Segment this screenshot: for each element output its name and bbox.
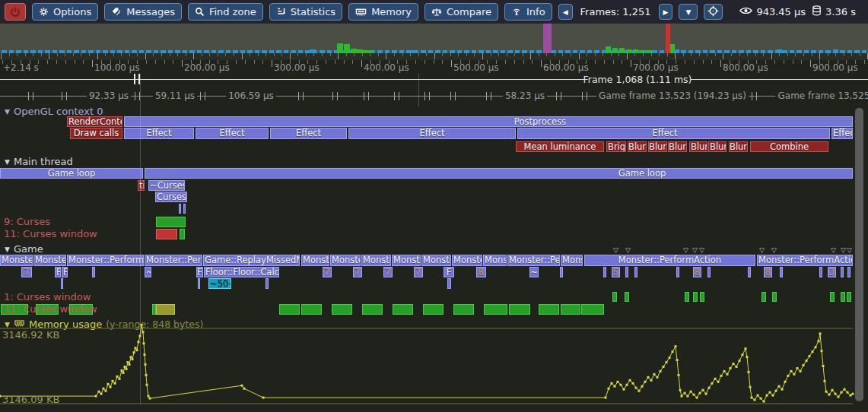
message-marker-icon[interactable]: ▽ <box>625 247 631 253</box>
zone[interactable]: F <box>444 267 454 277</box>
zone[interactable] <box>748 267 751 277</box>
lock-bar[interactable] <box>841 292 845 302</box>
message-marker-icon[interactable]: ▽ <box>759 247 765 253</box>
zone[interactable]: Effect <box>348 128 516 139</box>
zone[interactable] <box>625 267 628 277</box>
zone[interactable]: Monster::PerformAction <box>33 255 66 266</box>
message-marker-icon[interactable]: ▽ <box>699 247 704 253</box>
zone[interactable] <box>603 267 606 277</box>
zone[interactable]: Postprocess <box>124 116 853 127</box>
zone[interactable]: Blur <box>668 141 687 152</box>
zone[interactable]: Monster::PerformAction <box>507 255 560 266</box>
lock-bar[interactable] <box>423 304 444 315</box>
zone[interactable]: Mean luminance <box>516 141 604 152</box>
lock-bar[interactable] <box>847 292 851 302</box>
zone[interactable] <box>847 267 851 277</box>
zone[interactable]: Monster::PerformAction <box>0 255 33 266</box>
zone[interactable]: F <box>196 267 203 277</box>
lock-bar[interactable] <box>362 304 383 315</box>
zone[interactable]: Monster::PerformActionReal <box>757 255 853 266</box>
collapse-triangle-icon[interactable]: ▼ <box>5 158 10 166</box>
zone[interactable] <box>447 278 451 289</box>
lock-bar[interactable] <box>685 292 689 302</box>
zone[interactable]: Blur <box>628 141 647 152</box>
zone[interactable]: ~Curses window <box>148 180 185 191</box>
zone[interactable]: Draw calls <box>70 128 122 139</box>
zone[interactable]: F <box>62 267 68 277</box>
zone[interactable]: Effect <box>517 128 830 139</box>
zone[interactable]: Monster::PerformAction <box>584 255 755 266</box>
zone[interactable] <box>265 278 269 289</box>
zone[interactable]: Monster::PerformAction <box>145 255 202 266</box>
zone[interactable] <box>634 267 637 277</box>
zone[interactable]: Curses window <box>155 192 187 202</box>
zone[interactable]: Game loop <box>0 168 143 179</box>
lock-bar[interactable] <box>700 292 704 302</box>
zone[interactable]: Monster::PerformAction <box>301 255 329 266</box>
zone[interactable]: 7 <box>353 267 362 277</box>
zone[interactable]: Blur <box>689 141 707 152</box>
zone[interactable]: Blur <box>729 141 748 152</box>
vertical-scrollbar-thumb[interactable] <box>855 108 863 401</box>
lock-bar[interactable] <box>830 292 835 302</box>
zone[interactable] <box>198 278 200 289</box>
zone[interactable]: 7 <box>414 267 423 277</box>
memory-usage-plot[interactable] <box>0 324 868 412</box>
collapse-triangle-icon[interactable]: ▼ <box>5 246 10 253</box>
zone[interactable] <box>841 267 844 277</box>
zone[interactable]: ~ <box>529 267 539 277</box>
lock-bar[interactable] <box>156 304 175 315</box>
zone[interactable]: Monster::PerformAction <box>421 255 451 266</box>
zone[interactable]: Monster::PerformAction <box>561 255 583 266</box>
zone[interactable] <box>707 267 711 277</box>
lock-bar[interactable] <box>561 304 580 315</box>
lock-bar[interactable] <box>612 292 617 302</box>
zone[interactable]: Effect <box>270 128 347 139</box>
lock-bar[interactable] <box>693 292 698 302</box>
zone[interactable]: 7 <box>323 267 332 277</box>
zone[interactable]: time <box>138 180 145 191</box>
lock-bar[interactable] <box>509 304 530 315</box>
lock-bar[interactable] <box>393 304 413 315</box>
zone[interactable] <box>179 204 181 214</box>
zone[interactable]: Floor::Floor::Calculate <box>204 267 279 277</box>
message-marker-icon[interactable]: ▽ <box>683 247 688 253</box>
lock-bar[interactable] <box>156 229 177 239</box>
lock-bar[interactable] <box>453 304 474 315</box>
zone[interactable]: F <box>55 267 61 277</box>
zone[interactable]: Effect <box>196 128 269 139</box>
zone[interactable]: Effect <box>124 128 194 139</box>
zone[interactable]: Monster::PerformAction <box>392 255 421 266</box>
zone[interactable]: 7 <box>21 267 32 277</box>
zone[interactable]: Blur <box>708 141 727 152</box>
lock-bar[interactable] <box>279 304 300 315</box>
zone[interactable]: Monster::PerformAction <box>67 255 144 266</box>
collapse-triangle-icon[interactable]: ▼ <box>5 108 10 116</box>
zone[interactable]: 7 <box>383 267 393 277</box>
lock-bar[interactable] <box>539 304 559 315</box>
zone[interactable]: 5 <box>612 267 620 277</box>
zone[interactable]: Blur <box>648 141 667 152</box>
zone[interactable]: Monster::PerformAction <box>483 255 507 266</box>
lock-bar[interactable] <box>301 304 322 315</box>
zone[interactable]: Monster::PerformAction <box>330 255 361 266</box>
zone[interactable]: 8 <box>476 267 486 277</box>
message-marker-icon[interactable]: ▽ <box>692 247 698 253</box>
lock-bar[interactable] <box>761 292 766 302</box>
lock-bar[interactable] <box>484 304 507 315</box>
zone[interactable]: Monster::PerformAction <box>452 255 482 266</box>
zone[interactable] <box>819 267 822 277</box>
zone[interactable]: Game::ReplayMissedMessages <box>203 255 300 266</box>
zone[interactable]: ~50~ <box>208 278 231 289</box>
section-header-main-thread[interactable]: ▼ Main thread <box>5 156 73 167</box>
zone[interactable] <box>92 267 95 277</box>
lock-bar[interactable] <box>180 229 185 239</box>
zone[interactable] <box>780 267 783 277</box>
zone[interactable]: Effect <box>831 128 853 139</box>
zone[interactable]: 8 <box>693 267 701 277</box>
zone[interactable]: ~ <box>145 267 151 277</box>
zone[interactable] <box>183 204 186 214</box>
lock-bar[interactable] <box>625 292 629 302</box>
message-marker-icon[interactable]: ▽ <box>847 247 852 253</box>
zone[interactable] <box>560 267 563 277</box>
